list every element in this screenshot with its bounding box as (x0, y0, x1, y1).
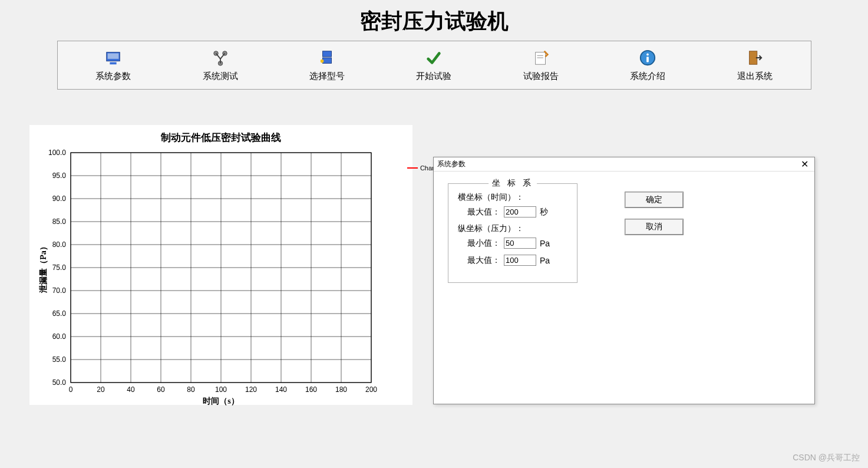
svg-text:60: 60 (157, 385, 165, 394)
close-icon[interactable]: ✕ (798, 159, 811, 170)
svg-text:55.0: 55.0 (52, 355, 67, 364)
toolbar-system-test[interactable]: 系统测试 (191, 46, 250, 84)
toolbar-exit[interactable]: 退出系统 (725, 46, 784, 84)
x-axis-label: 横坐标（时间）： (458, 192, 567, 203)
svg-text:泄漏量（Pa）: 泄漏量（Pa） (39, 242, 48, 294)
y-max-input[interactable] (504, 255, 536, 266)
watermark: CSDN @兵哥工控 (793, 453, 860, 463)
dialog-titlebar[interactable]: 系统参数 ✕ (434, 157, 814, 172)
dialog-title: 系统参数 (437, 159, 466, 169)
x-max-label: 最大值： (467, 207, 500, 217)
svg-text:20: 20 (97, 385, 105, 394)
toolbar-label: 退出系统 (737, 71, 773, 82)
info-icon (638, 48, 657, 67)
svg-text:160: 160 (305, 385, 317, 394)
y-max-label: 最大值： (467, 255, 500, 266)
svg-text:100: 100 (215, 385, 227, 394)
toolbar-system-intro[interactable]: 系统介绍 (618, 46, 677, 84)
toolbar-label: 系统介绍 (630, 71, 665, 82)
svg-text:40: 40 (127, 385, 135, 394)
toolbar-start-test[interactable]: 开始试验 (404, 46, 463, 84)
svg-point-8 (321, 60, 324, 63)
svg-rect-14 (646, 57, 649, 62)
coord-fieldset: 坐 标 系 横坐标（时间）： 最大值： 秒 纵坐标（压力）： 最小值： Pa 最… (448, 183, 577, 283)
svg-text:65.0: 65.0 (52, 309, 67, 318)
x-unit: 秒 (540, 207, 548, 217)
chart-title: 制动元件低压密封试验曲线 (35, 131, 407, 144)
model-icon (318, 48, 336, 67)
svg-text:200: 200 (365, 385, 377, 394)
svg-text:80.0: 80.0 (52, 240, 67, 249)
svg-text:180: 180 (335, 385, 347, 394)
start-icon (424, 48, 443, 67)
svg-text:95.0: 95.0 (52, 172, 67, 180)
svg-rect-2 (110, 62, 117, 65)
app-title: 密封压力试验机 (0, 0, 868, 41)
svg-text:80: 80 (187, 385, 195, 394)
svg-text:60.0: 60.0 (52, 332, 67, 341)
chart-panel: 制动元件低压密封试验曲线 020406080100120140160180200… (29, 125, 412, 405)
svg-point-13 (646, 54, 649, 56)
cancel-button[interactable]: 取消 (625, 219, 684, 235)
toolbar-select-model[interactable]: 选择型号 (298, 46, 357, 84)
y-unit: Pa (540, 256, 550, 265)
x-max-input[interactable] (504, 206, 536, 217)
y-min-label: 最小值： (467, 238, 500, 249)
report-icon (532, 48, 550, 67)
exit-icon (745, 48, 764, 67)
svg-text:120: 120 (245, 385, 257, 394)
svg-rect-6 (323, 51, 332, 57)
chart-plot-area: 02040608010012014016018020050.055.060.06… (35, 147, 407, 406)
svg-rect-15 (749, 51, 757, 65)
svg-rect-7 (323, 58, 332, 63)
ok-button[interactable]: 确定 (625, 192, 684, 208)
toolbar-label: 系统测试 (203, 71, 238, 82)
y-min-input[interactable] (504, 238, 536, 249)
toolbar-system-params[interactable]: 系统参数 (84, 46, 143, 84)
svg-text:70.0: 70.0 (52, 286, 67, 295)
svg-rect-1 (108, 54, 119, 59)
toolbar: 系统参数 系统测试 选择型号 开始试验 试验报告 系统介绍 退出系统 (57, 41, 811, 90)
svg-text:100.0: 100.0 (48, 149, 66, 157)
y-unit: Pa (540, 239, 550, 248)
legend-line-icon (407, 167, 418, 169)
svg-text:140: 140 (275, 385, 287, 394)
toolbar-label: 试验报告 (523, 71, 559, 82)
toolbar-report[interactable]: 试验报告 (511, 46, 570, 84)
y-axis-label: 纵坐标（压力）： (458, 223, 567, 234)
svg-text:75.0: 75.0 (52, 263, 67, 272)
svg-text:50.0: 50.0 (52, 378, 67, 387)
system-params-dialog: 系统参数 ✕ 坐 标 系 横坐标（时间）： 最大值： 秒 纵坐标（压力）： 最小… (433, 157, 815, 404)
toolbar-label: 选择型号 (309, 71, 345, 82)
svg-text:0: 0 (69, 385, 73, 394)
svg-text:时间（s）: 时间（s） (203, 397, 239, 406)
fieldset-legend: 坐 标 系 (489, 178, 537, 189)
test-icon (211, 48, 230, 67)
toolbar-label: 系统参数 (95, 71, 131, 82)
svg-text:85.0: 85.0 (52, 217, 67, 226)
svg-text:90.0: 90.0 (52, 195, 67, 203)
toolbar-label: 开始试验 (416, 71, 451, 82)
settings-icon (104, 48, 123, 67)
svg-rect-9 (536, 52, 546, 65)
